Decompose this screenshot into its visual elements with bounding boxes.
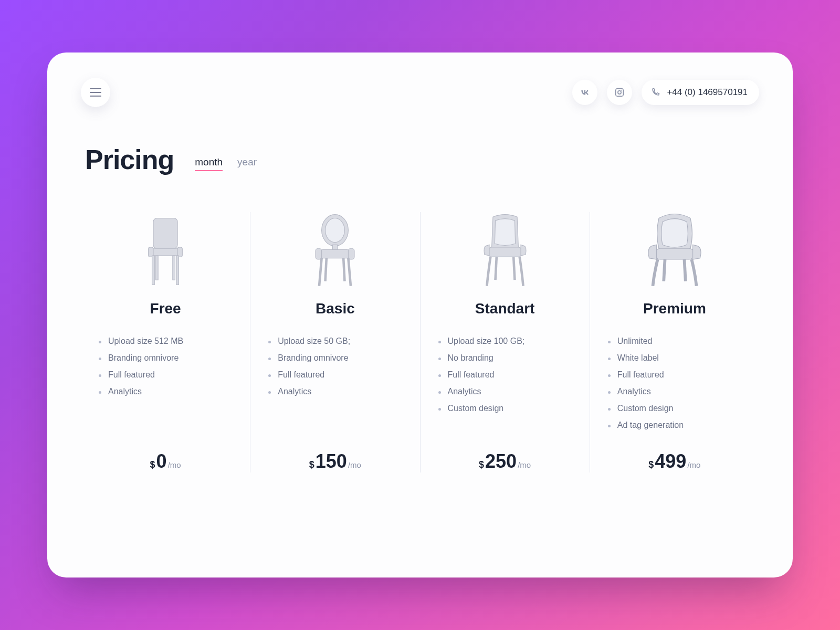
plan-name: Premium [643,300,706,317]
hamburger-icon [90,92,101,93]
plan-premium[interactable]: Premium Unlimited White label Full featu… [590,212,759,472]
currency: $ [309,459,314,470]
price: $ 499 /mo [648,450,700,472]
svg-rect-4 [151,248,180,256]
toggle-year[interactable]: year [237,156,257,171]
feature-item: Analytics [268,383,402,400]
plan-basic[interactable]: Basic Upload size 50 GB; Branding omnivo… [250,212,419,472]
phone-number: +44 (0) 1469570191 [667,87,748,98]
svg-point-2 [622,90,623,91]
header-actions: +44 (0) 1469570191 [572,80,759,105]
vk-icon [579,87,591,98]
currency: $ [150,459,155,470]
feature-item: Upload size 50 GB; [268,333,402,350]
svg-rect-7 [152,256,155,285]
feature-item: Upload size 512 MB [99,333,232,350]
svg-rect-3 [153,218,177,249]
amount: 150 [316,450,347,472]
svg-rect-10 [173,256,175,280]
price: $ 0 /mo [150,450,181,472]
svg-rect-9 [156,256,159,280]
feature-item: Branding omnivore [99,350,232,366]
feature-item: White label [608,350,741,366]
feature-item: Branding omnivore [268,350,402,366]
topbar: +44 (0) 1469570191 [81,78,759,107]
phone-icon [650,87,660,98]
toggle-month[interactable]: month [195,156,223,171]
feature-list: Upload size 50 GB; Branding omnivore Ful… [268,333,402,438]
feature-item: Full featured [438,366,572,383]
chair-icon [643,212,706,291]
svg-rect-14 [319,250,351,258]
title-row: Pricing month year [81,144,759,175]
period: /mo [168,460,181,469]
menu-button[interactable] [81,78,110,107]
price: $ 250 /mo [479,450,531,472]
plans-grid: Free Upload size 512 MB Branding omnivor… [81,212,759,472]
svg-point-1 [618,91,621,94]
plan-free[interactable]: Free Upload size 512 MB Branding omnivor… [81,212,250,472]
svg-rect-8 [176,256,179,285]
currency: $ [648,459,654,470]
plan-name: Free [150,300,181,317]
feature-item: Custom design [438,400,572,417]
svg-rect-18 [655,248,694,259]
feature-item: Analytics [99,383,232,400]
period: /mo [518,460,531,469]
period: /mo [348,460,361,469]
currency: $ [479,459,484,470]
phone-button[interactable]: +44 (0) 1469570191 [642,80,759,105]
page-title: Pricing [85,144,174,175]
price: $ 150 /mo [309,450,361,472]
billing-toggle: month year [195,156,257,175]
feature-item: Custom design [608,400,741,417]
amount: 250 [485,450,517,472]
plan-standart[interactable]: Standart Upload size 100 GB; No branding… [420,212,590,472]
svg-rect-16 [349,248,355,259]
plan-name: Standart [475,300,535,317]
period: /mo [687,460,700,469]
feature-list: Upload size 512 MB Branding omnivore Ful… [99,333,232,438]
amount: 0 [156,450,167,472]
feature-item: Full featured [99,366,232,383]
plan-name: Basic [316,300,355,317]
svg-rect-17 [488,247,522,257]
feature-item: Full featured [268,366,402,383]
feature-item: No branding [438,350,572,366]
feature-list: Unlimited White label Full featured Anal… [608,333,741,438]
chair-icon [303,212,366,291]
instagram-button[interactable] [607,80,632,105]
svg-point-12 [326,218,345,243]
svg-rect-0 [616,89,624,97]
feature-item: Full featured [608,366,741,383]
chair-icon [134,212,197,291]
feature-item: Unlimited [608,333,741,350]
feature-list: Upload size 100 GB; No branding Full fea… [438,333,572,438]
feature-item: Ad tag generation [608,417,741,434]
amount: 499 [655,450,686,472]
svg-rect-15 [316,248,322,259]
pricing-card: +44 (0) 1469570191 Pricing month year Fr… [47,52,793,578]
vk-button[interactable] [572,80,597,105]
feature-item: Upload size 100 GB; [438,333,572,350]
feature-item: Analytics [608,383,741,400]
feature-item: Analytics [438,383,572,400]
chair-icon [474,212,537,291]
instagram-icon [614,87,625,98]
